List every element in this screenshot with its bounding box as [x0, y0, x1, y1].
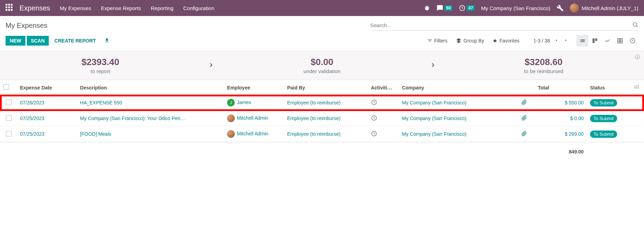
- settings-icon[interactable]: [557, 5, 564, 11]
- cell-employee[interactable]: Mitchell Admin: [224, 111, 284, 126]
- cell-total[interactable]: $ 0.00: [535, 111, 587, 126]
- cell-employee[interactable]: JJames: [224, 95, 284, 110]
- col-status[interactable]: Status: [587, 81, 631, 95]
- attachment-icon[interactable]: [521, 116, 527, 122]
- dash-to-report[interactable]: $2393.40 to report: [0, 57, 201, 74]
- search-input[interactable]: [370, 22, 632, 28]
- cell-company[interactable]: My Company (San Francisco): [399, 111, 518, 126]
- cell-activity[interactable]: [368, 127, 398, 142]
- favorites-button[interactable]: Favorites: [492, 38, 520, 44]
- search-icon[interactable]: [632, 22, 638, 29]
- expense-list: Expense Date Description Employee Paid B…: [0, 80, 644, 161]
- col-paid-by[interactable]: Paid By: [284, 81, 367, 95]
- filters-button[interactable]: Filters: [427, 38, 448, 44]
- view-pivot-icon[interactable]: [614, 35, 626, 47]
- user-name: Mitchell Admin (JULY_1): [582, 5, 638, 11]
- pager-prev[interactable]: [553, 36, 560, 45]
- top-navbar: Expenses My Expenses Expense Reports Rep…: [0, 0, 644, 16]
- clock-icon[interactable]: [371, 101, 377, 106]
- attachment-icon[interactable]: [521, 132, 527, 137]
- download-icon[interactable]: [104, 38, 110, 44]
- employee-avatar: [227, 130, 235, 138]
- employee-avatar: J: [227, 99, 235, 106]
- app-brand[interactable]: Expenses: [20, 4, 50, 12]
- pager-next[interactable]: [562, 36, 569, 45]
- menu-my-expenses[interactable]: My Expenses: [60, 5, 91, 11]
- dash-to-report-amount: $2393.40: [0, 57, 201, 68]
- activities-badge: 47: [467, 5, 475, 11]
- pager-range[interactable]: 1-3 / 38: [534, 38, 550, 44]
- menu-expense-reports[interactable]: Expense Reports: [101, 5, 141, 11]
- clock-icon[interactable]: [371, 132, 377, 138]
- row-checkbox[interactable]: [6, 131, 11, 136]
- table-row[interactable]: 07/26/2023HA_EXPENSE 550JJamesEmployee (…: [1, 95, 643, 110]
- dash-to-reimburse-label: to be reimbursed: [443, 68, 644, 74]
- chevron-right-icon: [201, 60, 222, 71]
- cell-date[interactable]: 07/25/2023: [17, 127, 76, 142]
- cell-activity[interactable]: [368, 111, 398, 126]
- messages-icon[interactable]: 50: [436, 5, 452, 11]
- search-box[interactable]: [370, 20, 638, 31]
- row-checkbox[interactable]: [6, 100, 11, 105]
- employee-avatar: [227, 114, 235, 122]
- cell-company[interactable]: My Company (San Francisco): [399, 95, 518, 110]
- dash-to-reimburse[interactable]: $3208.60 to be reimbursed: [443, 57, 644, 74]
- breadcrumb: My Expenses: [6, 22, 47, 30]
- cell-status: To Submit: [587, 111, 631, 126]
- table-row[interactable]: 07/25/2023My Company (San Francisco): Yo…: [1, 111, 643, 126]
- view-list-icon[interactable]: [576, 35, 588, 47]
- apps-icon[interactable]: [6, 4, 14, 12]
- cell-attachment[interactable]: [519, 95, 534, 110]
- dash-to-reimburse-amount: $3208.60: [443, 57, 644, 68]
- groupby-button[interactable]: Group By: [456, 38, 484, 44]
- cell-description[interactable]: HA_EXPENSE 550: [77, 95, 224, 110]
- table-row[interactable]: 07/25/2023[FOOD] MealsMitchell AdminEmpl…: [1, 127, 643, 142]
- clock-icon[interactable]: [371, 117, 377, 122]
- row-checkbox[interactable]: [6, 115, 11, 121]
- help-icon[interactable]: ⓘ: [635, 54, 640, 60]
- select-all-checkbox[interactable]: [3, 84, 9, 90]
- cell-attachment[interactable]: [519, 111, 534, 126]
- col-description[interactable]: Description: [77, 81, 224, 95]
- attachment-icon[interactable]: [521, 101, 527, 106]
- dash-under-validation[interactable]: $0.00 under validation: [222, 57, 422, 74]
- cell-employee[interactable]: Mitchell Admin: [224, 127, 284, 142]
- debug-icon[interactable]: [424, 5, 430, 11]
- create-report-button[interactable]: CREATE REPORT: [50, 36, 100, 46]
- cell-date[interactable]: 07/25/2023: [17, 111, 76, 126]
- col-employee[interactable]: Employee: [224, 81, 284, 95]
- view-graph-icon[interactable]: [602, 35, 613, 47]
- cell-total[interactable]: $ 299.00: [535, 127, 587, 142]
- cell-description[interactable]: My Company (San Francisco): Your Odoo Pe…: [77, 111, 224, 126]
- svg-rect-5: [11, 7, 13, 8]
- cell-description[interactable]: [FOOD] Meals: [77, 127, 224, 142]
- svg-rect-7: [8, 9, 10, 11]
- col-activities[interactable]: Activiti…: [368, 81, 398, 95]
- new-button[interactable]: NEW: [6, 36, 25, 46]
- scan-button[interactable]: SCAN: [27, 36, 49, 46]
- cell-date[interactable]: 07/26/2023: [17, 95, 76, 110]
- view-kanban-icon[interactable]: [589, 35, 601, 47]
- optional-columns-icon[interactable]: [631, 81, 643, 95]
- menu-reporting[interactable]: Reporting: [151, 5, 173, 11]
- view-activity-icon[interactable]: [627, 35, 638, 47]
- table-footer-row: 849.00: [1, 142, 643, 161]
- cell-attachment[interactable]: [519, 127, 534, 142]
- menu-configuration[interactable]: Configuration: [183, 5, 214, 11]
- pager: 1-3 / 38: [534, 36, 569, 45]
- col-date[interactable]: Expense Date: [17, 81, 76, 95]
- cell-paid-by[interactable]: Employee (to reimburse): [284, 127, 367, 142]
- col-company[interactable]: Company: [399, 81, 518, 95]
- cell-activity[interactable]: [368, 95, 398, 110]
- cell-paid-by[interactable]: Employee (to reimburse): [284, 111, 367, 126]
- company-selector[interactable]: My Company (San Francisco): [481, 5, 550, 11]
- activities-icon[interactable]: 47: [459, 5, 475, 11]
- dash-to-report-label: to report: [0, 68, 201, 74]
- user-menu[interactable]: Mitchell Admin (JULY_1): [570, 3, 638, 13]
- status-badge: To Submit: [590, 99, 617, 106]
- filters-label: Filters: [434, 38, 448, 44]
- cell-company[interactable]: My Company (San Francisco): [399, 127, 518, 142]
- cell-paid-by[interactable]: Employee (to reimburse): [284, 95, 367, 110]
- col-total[interactable]: Total: [535, 81, 587, 95]
- cell-total[interactable]: $ 550.00: [535, 95, 587, 110]
